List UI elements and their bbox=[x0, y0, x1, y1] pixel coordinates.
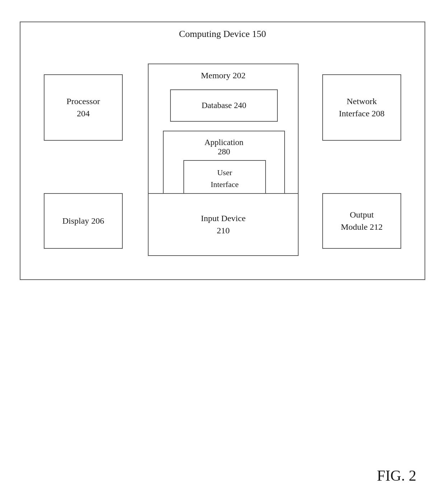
display-label: Display 206 bbox=[62, 215, 104, 227]
network-interface-label: NetworkInterface 208 bbox=[339, 95, 384, 120]
computing-device-box: Computing Device 150 Processor204 Memory… bbox=[20, 22, 425, 280]
application-label: Application280 bbox=[205, 138, 244, 157]
database-box: Database 240 bbox=[170, 89, 278, 122]
network-interface-box: NetworkInterface 208 bbox=[322, 74, 401, 141]
input-device-box: Input Device210 bbox=[148, 193, 299, 256]
input-device-label: Input Device210 bbox=[201, 213, 246, 237]
output-module-label: OutputModule 212 bbox=[341, 209, 383, 233]
computing-device-label: Computing Device 150 bbox=[179, 29, 266, 39]
output-module-box: OutputModule 212 bbox=[322, 193, 401, 249]
display-box: Display 206 bbox=[44, 193, 123, 249]
processor-label: Processor204 bbox=[66, 95, 100, 120]
diagram-area: Computing Device 150 Processor204 Memory… bbox=[20, 22, 425, 280]
processor-box: Processor204 bbox=[44, 74, 123, 141]
memory-label: Memory 202 bbox=[201, 71, 246, 80]
database-label: Database 240 bbox=[202, 100, 247, 111]
figure-label: FIG. 2 bbox=[377, 467, 416, 484]
